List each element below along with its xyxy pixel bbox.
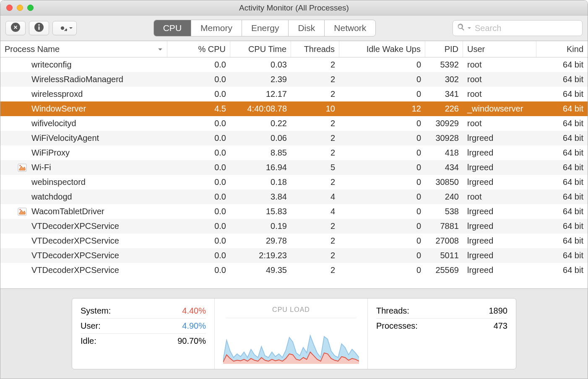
cell-user: lrgreed xyxy=(463,133,536,143)
cell-wake: 0 xyxy=(339,148,425,158)
cell-pid: 25569 xyxy=(425,265,463,275)
cell-cpu: 0.0 xyxy=(167,89,230,99)
table-row[interactable]: WiFiProxy0.08.8520418lrgreed64 bit xyxy=(0,145,588,160)
cell-cpu: 0.0 xyxy=(167,133,230,143)
process-table[interactable]: writeconfig0.00.03205392root64 bitWirele… xyxy=(0,57,588,288)
cell-user: lrgreed xyxy=(463,177,536,187)
col-label: % CPU xyxy=(198,44,226,54)
cell-cpu-time: 49.35 xyxy=(230,265,291,275)
process-name-label: WiFiProxy xyxy=(31,148,70,158)
cell-cpu-time: 15.83 xyxy=(230,207,291,216)
col-label: CPU Time xyxy=(248,44,286,54)
stat-value: 4.40% xyxy=(182,306,206,316)
tab-memory[interactable]: Memory xyxy=(191,20,242,36)
cell-pid: 30929 xyxy=(425,119,463,128)
cell-pid: 30850 xyxy=(425,177,463,187)
svg-point-6 xyxy=(20,209,21,210)
table-row[interactable]: VTDecoderXPCService0.00.19207881lrgreed6… xyxy=(0,219,588,234)
col-idle-wake-ups[interactable]: Idle Wake Ups xyxy=(339,41,425,57)
cell-kind: 64 bit xyxy=(536,119,588,128)
col-process-name[interactable]: Process Name xyxy=(0,41,167,57)
cell-threads: 2 xyxy=(291,221,339,231)
table-row[interactable]: WindowServer4.54:40:08.781012226_windows… xyxy=(0,101,588,116)
col-label: Threads xyxy=(304,44,335,54)
stat-label: Processes: xyxy=(376,321,418,331)
cell-cpu-time: 0.03 xyxy=(230,60,291,70)
inspect-process-button[interactable] xyxy=(29,21,49,35)
title-bar[interactable]: Activity Monitor (All Processes) xyxy=(0,0,588,16)
cell-threads: 4 xyxy=(291,192,339,202)
minimize-window-button[interactable] xyxy=(17,5,23,11)
cell-pid: 302 xyxy=(425,75,463,84)
cell-cpu-time: 2:19.23 xyxy=(230,251,291,260)
cell-threads: 10 xyxy=(291,104,339,114)
table-row[interactable]: WirelessRadioManagerd0.02.3920302root64 … xyxy=(0,72,588,87)
table-row[interactable]: VTDecoderXPCService0.029.782027008lrgree… xyxy=(0,234,588,248)
col-user[interactable]: User xyxy=(463,41,536,57)
cell-pid: 434 xyxy=(425,163,463,172)
cell-cpu-time: 0.19 xyxy=(230,221,291,231)
cell-wake: 0 xyxy=(339,133,425,143)
cell-wake: 0 xyxy=(339,236,425,246)
cell-kind: 64 bit xyxy=(536,207,588,216)
table-row[interactable]: Wi-Fi0.016.9450434lrgreed64 bit xyxy=(0,160,588,175)
cell-kind: 64 bit xyxy=(536,251,588,260)
table-row[interactable]: wirelessproxd0.012.1720341root64 bit xyxy=(0,87,588,101)
cell-cpu: 0.0 xyxy=(167,60,230,70)
cell-cpu-time: 12.17 xyxy=(230,89,291,99)
col-label: Process Name xyxy=(5,44,60,54)
col-cpu-time[interactable]: CPU Time xyxy=(230,41,291,57)
search-field[interactable] xyxy=(453,20,583,36)
cell-cpu: 0.0 xyxy=(167,265,230,275)
stat-threads: Threads: 1890 xyxy=(376,304,507,319)
sort-descending-icon xyxy=(158,44,163,54)
zoom-window-button[interactable] xyxy=(27,5,34,11)
cell-cpu-time: 0.18 xyxy=(230,177,291,187)
search-input[interactable] xyxy=(474,23,582,34)
tab-cpu[interactable]: CPU xyxy=(154,20,191,36)
cell-threads: 2 xyxy=(291,148,339,158)
cell-wake: 0 xyxy=(339,251,425,260)
cell-kind: 64 bit xyxy=(536,236,588,246)
table-row[interactable]: WiFiVelocityAgent0.00.062030928lrgreed64… xyxy=(0,131,588,145)
tab-disk[interactable]: Disk xyxy=(289,20,325,36)
table-row[interactable]: watchdogd0.03.8440240root64 bit xyxy=(0,190,588,204)
cell-cpu: 0.0 xyxy=(167,177,230,187)
col-threads[interactable]: Threads xyxy=(291,41,339,57)
cell-cpu: 0.0 xyxy=(167,251,230,260)
col-label: Idle Wake Ups xyxy=(367,44,421,54)
stat-value: 1890 xyxy=(489,306,508,316)
cell-cpu-time: 4:40:08.78 xyxy=(230,104,291,114)
cell-kind: 64 bit xyxy=(536,148,588,158)
col-pid[interactable]: PID xyxy=(425,41,463,57)
chevron-down-icon xyxy=(467,24,471,32)
tab-network[interactable]: Network xyxy=(325,20,375,36)
cell-wake: 0 xyxy=(339,75,425,84)
col-label: Kind xyxy=(567,44,583,54)
tab-segmented-control: CPU Memory Energy Disk Network xyxy=(154,20,376,36)
cell-kind: 64 bit xyxy=(536,75,588,84)
cell-user: root xyxy=(463,60,536,70)
cell-pid: 538 xyxy=(425,207,463,216)
table-row[interactable]: writeconfig0.00.03205392root64 bit xyxy=(0,57,588,72)
tab-energy[interactable]: Energy xyxy=(242,20,289,36)
stat-label: Threads: xyxy=(376,306,409,316)
close-window-button[interactable] xyxy=(6,5,13,11)
stat-idle: Idle: 90.70% xyxy=(81,334,206,348)
quit-process-button[interactable] xyxy=(5,21,26,35)
cell-cpu: 4.5 xyxy=(167,104,230,114)
stat-label: System: xyxy=(81,306,111,316)
options-menu-button[interactable] xyxy=(52,21,77,35)
col-cpu[interactable]: % CPU xyxy=(167,41,230,57)
cell-pid: 240 xyxy=(425,192,463,202)
col-kind[interactable]: Kind xyxy=(536,41,588,57)
cell-kind: 64 bit xyxy=(536,60,588,70)
cell-kind: 64 bit xyxy=(536,89,588,99)
process-name-label: wirelessproxd xyxy=(31,89,83,99)
table-row[interactable]: webinspectord0.00.182030850lrgreed64 bit xyxy=(0,175,588,190)
table-row[interactable]: VTDecoderXPCService0.049.352025569lrgree… xyxy=(0,263,588,278)
window-title: Activity Monitor (All Processes) xyxy=(239,3,349,13)
table-row[interactable]: WacomTabletDriver0.015.8340538lrgreed64 … xyxy=(0,204,588,219)
table-row[interactable]: VTDecoderXPCService0.02:19.23205011lrgre… xyxy=(0,248,588,263)
table-row[interactable]: wifivelocityd0.00.222030929root64 bit xyxy=(0,116,588,131)
